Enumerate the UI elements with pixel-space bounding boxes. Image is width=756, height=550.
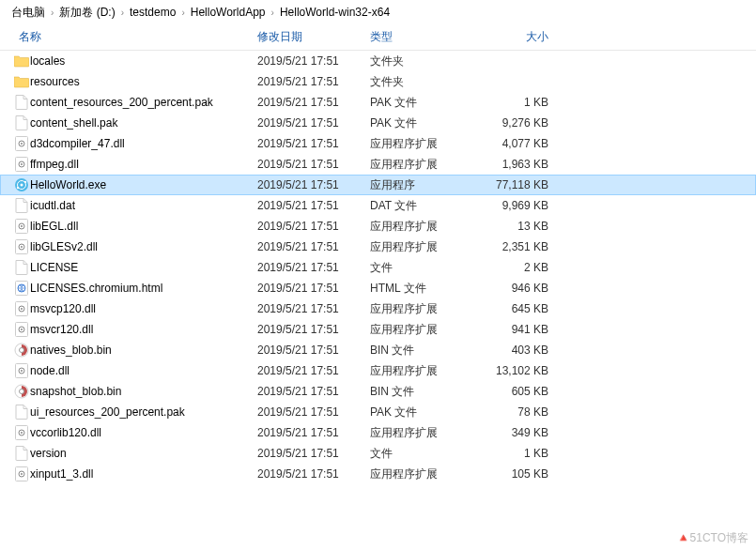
file-type: 文件 bbox=[370, 446, 483, 462]
file-row[interactable]: LICENSE2019/5/21 17:51文件2 KB bbox=[0, 257, 756, 278]
file-icon bbox=[13, 260, 30, 275]
exe-icon bbox=[13, 177, 30, 192]
file-size: 78 KB bbox=[483, 405, 558, 419]
file-size: 946 KB bbox=[483, 282, 558, 295]
file-name: msvcr120.dll bbox=[30, 323, 257, 336]
dll-icon bbox=[13, 157, 30, 172]
file-row[interactable]: resources2019/5/21 17:51文件夹 bbox=[0, 71, 756, 92]
file-row[interactable]: libGLESv2.dll2019/5/21 17:51应用程序扩展2,351 … bbox=[0, 237, 756, 257]
file-row[interactable]: vccorlib120.dll2019/5/21 17:51应用程序扩展349 … bbox=[0, 422, 756, 443]
column-header-size[interactable]: 大小 bbox=[483, 29, 558, 45]
svg-point-31 bbox=[20, 390, 24, 394]
dll-icon bbox=[13, 239, 30, 254]
file-date: 2019/5/21 17:51 bbox=[257, 405, 370, 419]
svg-point-26 bbox=[20, 348, 24, 353]
file-name: ffmpeg.dll bbox=[30, 158, 257, 171]
file-date: 2019/5/21 17:51 bbox=[257, 323, 370, 336]
file-row[interactable]: version2019/5/21 17:51文件1 KB bbox=[0, 443, 756, 464]
file-row[interactable]: content_shell.pak2019/5/21 17:51PAK 文件9,… bbox=[0, 113, 756, 133]
file-date: 2019/5/21 17:51 bbox=[257, 240, 370, 253]
html-icon bbox=[13, 281, 30, 296]
file-date: 2019/5/21 17:51 bbox=[257, 467, 370, 481]
breadcrumb-item[interactable]: 台电脑 bbox=[8, 5, 49, 21]
file-type: PAK 文件 bbox=[370, 95, 483, 111]
file-row[interactable]: content_resources_200_percent.pak2019/5/… bbox=[0, 92, 756, 113]
file-row[interactable]: snapshot_blob.bin2019/5/21 17:51BIN 文件60… bbox=[0, 381, 756, 402]
bin-icon bbox=[13, 384, 30, 399]
chevron-right-icon: › bbox=[49, 8, 55, 18]
file-type: 应用程序扩展 bbox=[370, 466, 483, 482]
file-row[interactable]: LICENSES.chromium.html2019/5/21 17:51HTM… bbox=[0, 278, 756, 298]
file-date: 2019/5/21 17:51 bbox=[257, 54, 370, 68]
file-name: libEGL.dll bbox=[30, 220, 257, 233]
dll-icon bbox=[13, 136, 30, 151]
breadcrumb-item[interactable]: 新加卷 (D:) bbox=[55, 5, 118, 21]
file-size: 941 KB bbox=[483, 323, 558, 336]
bin-icon bbox=[13, 343, 30, 358]
file-row[interactable]: node.dll2019/5/21 17:51应用程序扩展13,102 KB bbox=[0, 360, 756, 381]
file-date: 2019/5/21 17:51 bbox=[257, 220, 370, 233]
file-date: 2019/5/21 17:51 bbox=[257, 116, 370, 130]
file-name: version bbox=[30, 447, 257, 460]
file-row[interactable]: msvcp120.dll2019/5/21 17:51应用程序扩展645 KB bbox=[0, 298, 756, 319]
file-name: msvcp120.dll bbox=[30, 302, 257, 315]
chevron-right-icon: › bbox=[179, 8, 186, 18]
dll-icon bbox=[13, 425, 30, 440]
file-size: 77,118 KB bbox=[483, 178, 558, 191]
dll-icon bbox=[13, 219, 30, 234]
file-date: 2019/5/21 17:51 bbox=[257, 178, 370, 191]
column-header-modified[interactable]: 修改日期 bbox=[257, 29, 370, 45]
svg-point-9 bbox=[24, 181, 26, 183]
file-row[interactable]: natives_blob.bin2019/5/21 17:51BIN 文件403… bbox=[0, 340, 756, 360]
file-name: icudtl.dat bbox=[30, 199, 257, 212]
file-date: 2019/5/21 17:51 bbox=[257, 385, 370, 398]
file-row[interactable]: ffmpeg.dll2019/5/21 17:51应用程序扩展1,963 KB bbox=[0, 154, 756, 175]
file-type: 应用程序扩展 bbox=[370, 301, 483, 317]
file-size: 13 KB bbox=[483, 220, 558, 233]
file-type: 应用程序扩展 bbox=[370, 425, 483, 441]
breadcrumb-item[interactable]: HelloWorldApp bbox=[187, 6, 270, 19]
file-type: PAK 文件 bbox=[370, 405, 483, 420]
file-size: 105 KB bbox=[483, 467, 558, 481]
column-header-type[interactable]: 类型 bbox=[370, 29, 483, 45]
file-row[interactable]: d3dcompiler_47.dll2019/5/21 17:51应用程序扩展4… bbox=[0, 133, 756, 154]
file-date: 2019/5/21 17:51 bbox=[257, 426, 370, 439]
column-header-name[interactable]: 名称 bbox=[13, 29, 257, 45]
file-date: 2019/5/21 17:51 bbox=[257, 447, 370, 460]
file-name: resources bbox=[30, 75, 257, 88]
file-name: content_shell.pak bbox=[30, 116, 257, 130]
svg-point-8 bbox=[21, 184, 23, 187]
file-size: 4,077 KB bbox=[483, 137, 558, 150]
file-size: 605 KB bbox=[483, 385, 558, 398]
file-type: PAK 文件 bbox=[370, 115, 483, 131]
file-name: HelloWorld.exe bbox=[30, 178, 257, 191]
breadcrumb-item[interactable]: testdemo bbox=[126, 6, 179, 19]
file-row[interactable]: xinput1_3.dll2019/5/21 17:51应用程序扩展105 KB bbox=[0, 464, 756, 484]
file-name: d3dcompiler_47.dll bbox=[30, 137, 257, 150]
file-type: DAT 文件 bbox=[370, 198, 483, 214]
file-date: 2019/5/21 17:51 bbox=[257, 302, 370, 315]
file-size: 13,102 KB bbox=[483, 364, 558, 377]
file-date: 2019/5/21 17:51 bbox=[257, 199, 370, 212]
file-row[interactable]: msvcr120.dll2019/5/21 17:51应用程序扩展941 KB bbox=[0, 319, 756, 340]
column-headers: 名称 修改日期 类型 大小 bbox=[0, 24, 756, 51]
file-icon bbox=[13, 198, 30, 213]
file-date: 2019/5/21 17:51 bbox=[257, 261, 370, 274]
file-row[interactable]: libEGL.dll2019/5/21 17:51应用程序扩展13 KB bbox=[0, 216, 756, 237]
file-row[interactable]: locales2019/5/21 17:51文件夹 bbox=[0, 51, 756, 71]
file-row[interactable]: icudtl.dat2019/5/21 17:51DAT 文件9,969 KB bbox=[0, 195, 756, 216]
chevron-right-icon: › bbox=[119, 8, 126, 18]
file-type: 文件夹 bbox=[370, 53, 483, 69]
breadcrumb: 台电脑›新加卷 (D:)›testdemo›HelloWorldApp›Hell… bbox=[0, 0, 756, 24]
file-size: 1,963 KB bbox=[483, 158, 558, 171]
file-type: 应用程序扩展 bbox=[370, 136, 483, 152]
breadcrumb-item[interactable]: HelloWorld-win32-x64 bbox=[276, 6, 393, 19]
file-row[interactable]: HelloWorld.exe2019/5/21 17:51应用程序77,118 … bbox=[0, 175, 756, 195]
file-icon bbox=[13, 446, 30, 461]
file-type: BIN 文件 bbox=[370, 343, 483, 359]
svg-point-16 bbox=[21, 246, 23, 248]
file-size: 645 KB bbox=[483, 302, 558, 315]
file-row[interactable]: ui_resources_200_percent.pak2019/5/21 17… bbox=[0, 402, 756, 422]
svg-point-37 bbox=[21, 473, 23, 475]
file-name: locales bbox=[30, 54, 257, 68]
